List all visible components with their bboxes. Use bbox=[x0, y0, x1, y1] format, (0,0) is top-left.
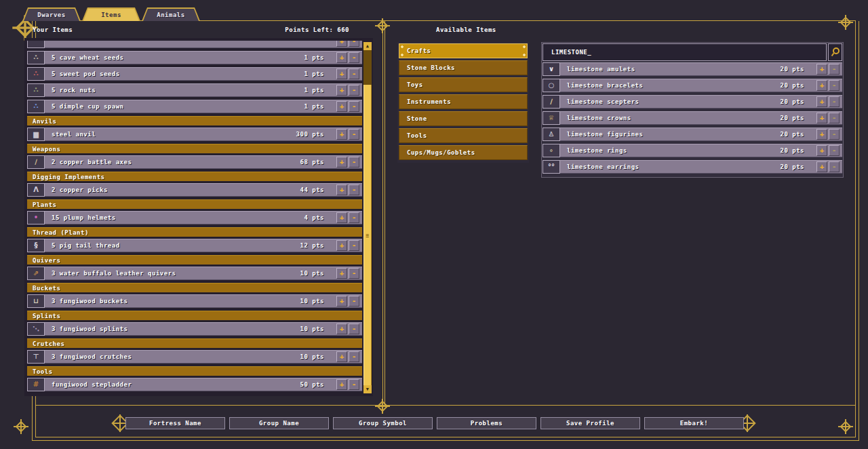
item-name: 5 cave wheat seeds bbox=[45, 54, 277, 61]
increase-button[interactable]: + bbox=[816, 129, 827, 140]
decrease-button[interactable]: - bbox=[829, 64, 840, 75]
increase-button[interactable]: + bbox=[336, 212, 347, 223]
category-stone[interactable]: Stone bbox=[399, 111, 528, 126]
decrease-button[interactable]: - bbox=[349, 212, 359, 223]
search-input[interactable]: LIMESTONE_ bbox=[542, 43, 827, 61]
item-row: Λ 2 copper picks 44 pts + - bbox=[27, 183, 362, 197]
item-row: ⋱ 3 fungiwood splints 10 pts + - bbox=[27, 322, 362, 336]
category-crafts[interactable]: Crafts bbox=[399, 43, 528, 58]
tab-animals[interactable]: Animals bbox=[142, 7, 200, 21]
increase-button[interactable]: + bbox=[336, 41, 347, 47]
decrease-button[interactable]: - bbox=[349, 85, 359, 96]
increase-button[interactable]: + bbox=[336, 268, 347, 279]
decrease-button[interactable]: - bbox=[349, 129, 359, 140]
fortress-name-button[interactable]: Fortress Name bbox=[125, 417, 225, 429]
increase-button[interactable]: + bbox=[336, 129, 347, 140]
decrease-button[interactable]: - bbox=[829, 161, 840, 172]
increase-button[interactable]: + bbox=[816, 161, 827, 172]
decrease-button[interactable]: - bbox=[349, 240, 359, 251]
item-name: limestone figurines bbox=[560, 131, 757, 138]
section-header: Splints bbox=[27, 311, 362, 320]
category-tools[interactable]: Tools bbox=[399, 128, 528, 143]
decrease-button[interactable]: - bbox=[349, 184, 359, 195]
corner-knot-icon bbox=[840, 421, 852, 433]
item-row: ♕ limestone crowns 20 pts + - bbox=[542, 111, 842, 125]
increase-button[interactable]: + bbox=[336, 296, 347, 307]
decrease-button[interactable]: - bbox=[349, 41, 359, 47]
decrease-button[interactable]: - bbox=[349, 351, 359, 362]
item-row: ♙ limestone figurines 20 pts + - bbox=[542, 128, 842, 141]
decrease-button[interactable]: - bbox=[349, 69, 359, 79]
section-header-label: Buckets bbox=[33, 285, 60, 292]
seeds-icon: ∴ bbox=[27, 51, 45, 64]
crutch-icon: ⊤ bbox=[27, 350, 45, 364]
scroll-up-icon[interactable]: ▲ bbox=[363, 42, 372, 50]
decrease-button[interactable]: - bbox=[829, 145, 840, 156]
decrease-button[interactable]: - bbox=[829, 129, 840, 140]
item-points: 68 pts bbox=[277, 159, 324, 165]
item-row: ∕ limestone scepters 20 pts + - bbox=[542, 95, 842, 109]
decrease-button[interactable]: - bbox=[349, 379, 359, 390]
decrease-button[interactable]: - bbox=[349, 52, 359, 63]
decrease-button[interactable]: - bbox=[349, 157, 359, 168]
increase-button[interactable]: + bbox=[336, 184, 347, 195]
increase-button[interactable]: + bbox=[816, 145, 827, 156]
category-toys[interactable]: Toys bbox=[399, 77, 528, 92]
decrease-button[interactable]: - bbox=[349, 324, 359, 334]
group-name-button[interactable]: Group Name bbox=[229, 417, 329, 429]
item-points: 12 pts bbox=[277, 242, 324, 249]
decrease-button[interactable]: - bbox=[829, 113, 840, 123]
section-header-label: Digging Implements bbox=[33, 174, 105, 180]
scroll-down-icon[interactable]: ▼ bbox=[363, 385, 372, 393]
category-stone-blocks[interactable]: Stone Blocks bbox=[399, 60, 528, 75]
corner-knot-icon bbox=[840, 16, 852, 28]
item-points: 20 pts bbox=[757, 82, 804, 89]
section-header: Digging Implements bbox=[27, 172, 362, 181]
item-name: limestone scepters bbox=[560, 98, 757, 105]
increase-button[interactable]: + bbox=[336, 101, 347, 112]
search-button[interactable] bbox=[828, 43, 842, 61]
increase-button[interactable]: + bbox=[336, 240, 347, 251]
decrease-button[interactable]: - bbox=[349, 268, 359, 279]
your-items-scrollbar[interactable]: ▲ ≡ ▼ bbox=[363, 42, 372, 393]
item-name: 5 rock nuts bbox=[45, 87, 277, 94]
problems-button[interactable]: Problems bbox=[437, 417, 536, 429]
increase-button[interactable]: + bbox=[336, 324, 347, 334]
figurine-icon: ♙ bbox=[542, 128, 560, 141]
increase-button[interactable]: + bbox=[336, 69, 347, 79]
decrease-button[interactable]: - bbox=[349, 296, 359, 307]
tab-items[interactable]: Items bbox=[82, 7, 140, 21]
increase-button[interactable]: + bbox=[816, 64, 827, 75]
item-row: ⇗ 3 water buffalo leather quivers 10 pts… bbox=[27, 267, 362, 280]
increase-button[interactable]: + bbox=[816, 113, 827, 123]
scrollbar-thumb[interactable]: ≡ bbox=[363, 85, 372, 385]
increase-button[interactable]: + bbox=[816, 80, 827, 91]
increase-button[interactable]: + bbox=[336, 85, 347, 96]
item-points: 20 pts bbox=[757, 115, 804, 121]
section-header: Anvils bbox=[27, 116, 362, 125]
tab-dwarves[interactable]: Dwarves bbox=[22, 7, 81, 21]
decrease-button[interactable]: - bbox=[349, 101, 359, 112]
decrease-button[interactable]: - bbox=[829, 96, 840, 107]
tab-label: Dwarves bbox=[37, 12, 65, 18]
increase-button[interactable]: + bbox=[336, 379, 347, 390]
increase-button[interactable]: + bbox=[336, 157, 347, 168]
search-icon bbox=[831, 47, 840, 57]
save-profile-button[interactable]: Save Profile bbox=[540, 417, 640, 429]
category-cups-mugs-goblets[interactable]: Cups/Mugs/Goblets bbox=[399, 145, 528, 160]
decrease-button[interactable]: - bbox=[829, 80, 840, 91]
item-name: 5 pig tail thread bbox=[45, 242, 277, 249]
embark-button[interactable]: Embark! bbox=[644, 417, 744, 429]
item-name: 2 copper picks bbox=[45, 187, 277, 193]
increase-button[interactable]: + bbox=[336, 351, 347, 362]
item-name: limestone earrings bbox=[560, 163, 757, 170]
increase-button[interactable]: + bbox=[336, 52, 347, 63]
section-header-label: Thread (Plant) bbox=[33, 229, 89, 236]
increase-button[interactable]: + bbox=[816, 96, 827, 107]
item-name: limestone amulets bbox=[560, 66, 757, 73]
group-symbol-button[interactable]: Group Symbol bbox=[333, 417, 433, 429]
bracelet-icon: ○ bbox=[542, 79, 560, 92]
item-name: 15 plump helmets bbox=[45, 214, 277, 221]
category-instruments[interactable]: Instruments bbox=[399, 94, 528, 109]
item-name: limestone crowns bbox=[560, 115, 757, 121]
